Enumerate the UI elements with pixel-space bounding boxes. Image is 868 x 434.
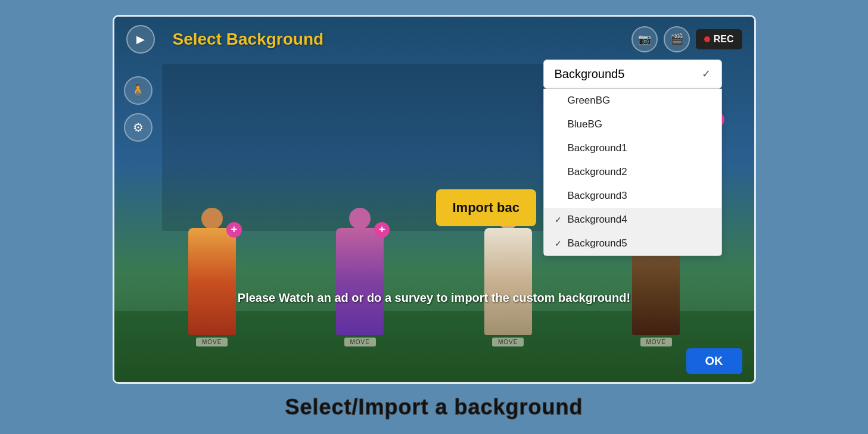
character-1-move[interactable]: MOVE: [196, 338, 228, 346]
film-icon[interactable]: 🎬: [664, 26, 690, 52]
dropdown-item-bg5[interactable]: ✓ Background5: [544, 232, 721, 255]
left-sidebar: 🧍 ⚙: [124, 76, 153, 142]
ok-label: OK: [705, 354, 723, 367]
toolbar-left: ▶: [126, 25, 155, 54]
character-4-move[interactable]: MOVE: [640, 338, 672, 346]
dropdown-item-bg4[interactable]: ✓ Background4: [544, 208, 721, 232]
rec-dot: [704, 36, 710, 42]
check-bg5: ✓: [555, 239, 564, 248]
dropdown-item-bg3[interactable]: Background3: [544, 184, 721, 208]
character-1-head: [201, 208, 223, 229]
import-background-button[interactable]: Import bac: [436, 189, 536, 226]
character-1-body: +: [188, 208, 236, 335]
character-2-figure: +: [336, 228, 384, 335]
toolbar-title-area: Select Background: [155, 30, 631, 49]
gear-icon[interactable]: ⚙: [124, 113, 153, 142]
modal-message-text: Please Watch an ad or do a survey to imp…: [238, 291, 630, 304]
dropdown-item-bg2[interactable]: Background2: [544, 160, 721, 184]
dropdown-menu: GreenBG BlueBG Background1 Background2 B…: [543, 89, 722, 256]
character-3-move[interactable]: MOVE: [492, 338, 524, 346]
dropdown-item-greenbg[interactable]: GreenBG: [544, 89, 721, 113]
dropdown-item-bg1[interactable]: Background1: [544, 136, 721, 160]
character-1-plus[interactable]: +: [226, 222, 242, 238]
modal-message: Please Watch an ad or do a survey to imp…: [114, 291, 754, 305]
rec-button[interactable]: REC: [696, 29, 742, 49]
character-2-head: [349, 208, 371, 229]
dropdown-label-bg2: Background2: [568, 166, 627, 178]
character-1-figure: +: [188, 228, 236, 335]
dropdown-label-bluebg: BlueBG: [568, 118, 603, 130]
dropdown-label-bg3: Background3: [568, 190, 627, 202]
game-window: ▶ Select Background 📷 🎬 REC 🧍 ⚙ Backgrou: [113, 15, 756, 384]
character-3-figure: [484, 228, 532, 335]
character-3: MOVE: [484, 208, 532, 346]
dropdown-item-bluebg[interactable]: BlueBG: [544, 113, 721, 136]
dropdown-label-bg1: Background1: [568, 142, 627, 154]
dropdown-label-bg4: Background4: [568, 214, 627, 226]
check-bg4: ✓: [555, 215, 564, 224]
bottom-title: Select/Import a background: [285, 395, 583, 420]
character-2-body: +: [336, 208, 384, 335]
character-3-body: [484, 208, 532, 335]
dropdown-selected-value: Background5: [555, 67, 625, 81]
chevron-down-icon: ✓: [702, 67, 711, 80]
app-container: ▶ Select Background 📷 🎬 REC 🧍 ⚙ Backgrou: [113, 15, 756, 420]
toolbar: ▶ Select Background 📷 🎬 REC: [114, 25, 754, 54]
character-2-plus[interactable]: +: [374, 222, 390, 238]
play-button[interactable]: ▶: [126, 25, 155, 54]
import-bg-label: Import bac: [453, 200, 519, 215]
toolbar-right: 📷 🎬 REC: [631, 26, 742, 52]
character-1: + MOVE: [188, 208, 236, 346]
select-background-label: Select Background: [173, 30, 324, 49]
dropdown-label-bg5: Background5: [568, 238, 627, 249]
dropdown-wrapper: Background5 ✓ GreenBG BlueBG Background1: [543, 60, 722, 256]
character-2: + MOVE: [336, 208, 384, 346]
background-dropdown[interactable]: Background5 ✓: [543, 60, 722, 89]
person-icon[interactable]: 🧍: [124, 76, 153, 105]
ok-button[interactable]: OK: [686, 348, 742, 374]
character-2-move[interactable]: MOVE: [344, 338, 376, 346]
camera-icon[interactable]: 📷: [631, 26, 658, 52]
rec-label: REC: [714, 34, 734, 45]
dropdown-label-greenbg: GreenBG: [568, 95, 611, 107]
